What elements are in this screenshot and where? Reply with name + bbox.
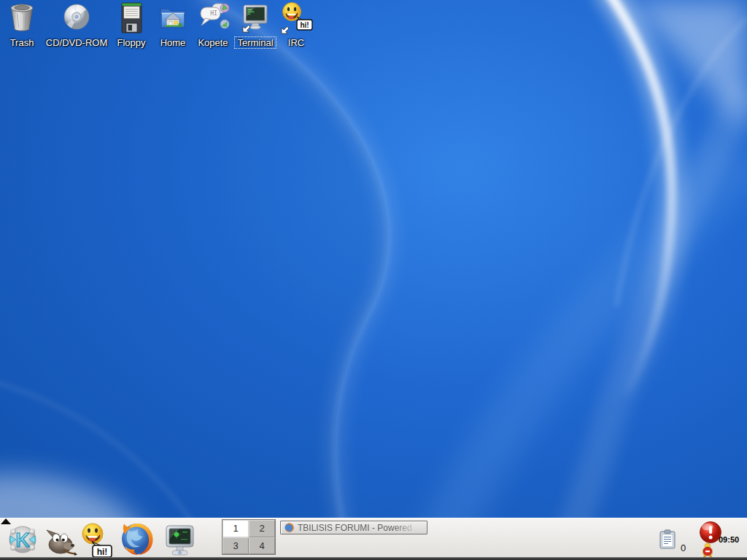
irc-icon: hi!	[279, 1, 314, 35]
k-letter: K	[15, 529, 30, 551]
home-icon	[157, 1, 189, 35]
desktop-icon-floppy[interactable]: Floppy	[107, 1, 156, 48]
task-title: TBILISIS FORUMI - Powered	[298, 523, 424, 533]
firefox-launcher[interactable]	[118, 520, 156, 560]
wallpaper	[0, 0, 747, 560]
kicker-panel: K	[0, 518, 747, 560]
kopete-icon: HI	[196, 1, 230, 35]
terminal-icon	[240, 1, 271, 35]
panel-clock[interactable]: 09:50	[719, 535, 739, 544]
desktop-icon-label: Terminal	[235, 37, 275, 48]
k-menu-button[interactable]: K	[6, 523, 39, 559]
k-menu-icon: K	[6, 523, 39, 556]
desktop-pager: 1 2 3 4	[222, 519, 276, 555]
konsole-launcher[interactable]	[160, 523, 197, 559]
pager-desktop-3[interactable]: 3	[222, 537, 249, 555]
clipboard-icon	[658, 529, 677, 550]
symlink-emblem	[282, 27, 289, 34]
irc-bubble-text: hi!	[300, 21, 309, 29]
desktop-icon-label: CD/DVD-ROM	[44, 37, 110, 48]
gimp-icon	[42, 526, 77, 558]
desktop-icon-irc[interactable]: hi! IRC	[271, 1, 322, 48]
symlink-emblem	[243, 26, 250, 33]
pager-desktop-2[interactable]: 2	[249, 520, 275, 537]
pager-desktop-1[interactable]: 1	[222, 520, 249, 537]
floppy-icon	[117, 1, 146, 35]
desktop-icon-label: Kopete	[196, 37, 230, 48]
klipper-tray-icon[interactable]	[658, 529, 677, 552]
cdrom-icon	[61, 1, 92, 35]
korn-mail-count[interactable]: 0	[681, 542, 686, 553]
trash-icon	[7, 1, 36, 35]
desktop-icon-cdrom[interactable]: CD/DVD-ROM	[46, 1, 107, 48]
desktop-icon-label: IRC	[286, 37, 306, 48]
gimp-launcher[interactable]	[42, 526, 77, 560]
desktop-icon-label: Trash	[8, 37, 36, 48]
panel-bottom-edge	[0, 557, 747, 560]
firefox-icon	[284, 522, 295, 533]
kopete-bubble-text: HI	[210, 10, 217, 17]
kopete-smiley-launcher[interactable]: hi!	[80, 521, 123, 560]
smiley-hi-icon: hi!	[80, 521, 123, 559]
konsole-icon	[160, 523, 197, 556]
smiley-bubble-text: hi!	[97, 547, 108, 557]
desktop-icon-label: Home	[158, 37, 188, 48]
kde-desktop: Trash CD/DVD-ROM	[0, 0, 747, 560]
firefox-icon	[118, 520, 156, 558]
desktop-icon-label: Floppy	[115, 37, 147, 48]
pager-desktop-4[interactable]: 4	[249, 537, 275, 555]
taskbar-task-firefox[interactable]: TBILISIS FORUMI - Powered	[280, 521, 427, 534]
desktop-icon-trash[interactable]: Trash	[0, 1, 44, 48]
